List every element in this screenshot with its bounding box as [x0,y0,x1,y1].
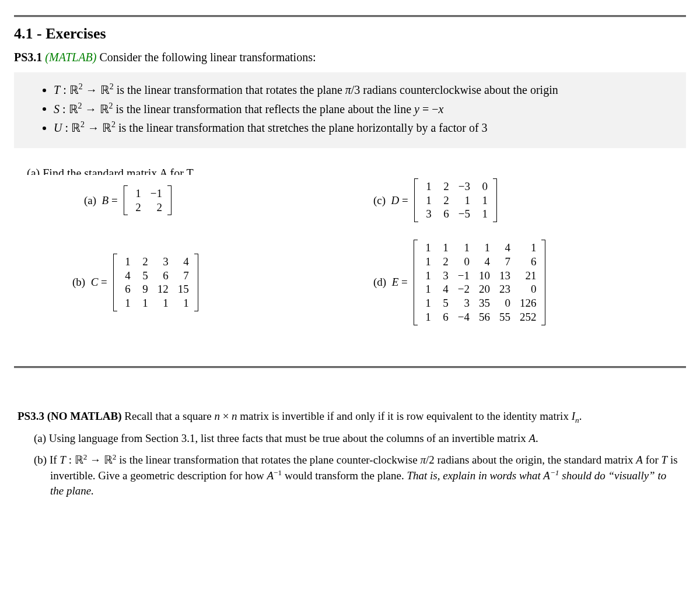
ps33-a: (a) Using language from Section 3.1, lis… [34,431,682,446]
ps31-label: PS3.1 [14,51,42,64]
transform-t: T : ℝ2 → ℝ2 is the linear transformation… [54,80,674,99]
section-title: 4.1 - Exercises [14,25,686,43]
matrix-b: (b) C = 1234 4567 691215 1111 [61,254,350,311]
matrix-d-body: 111141 120476 13−1101321 14−220230 15335… [414,240,546,325]
matrix-c-label: (c) D = [373,194,408,207]
matrix-a-body: 1−1 22 [124,185,172,216]
ps33-intro: PS3.3 (NO MATLAB) Recall that a square n… [18,409,682,426]
matrix-a: (a) B = 1−1 22 [61,185,350,216]
matrix-b-body: 1234 4567 691215 1111 [113,254,198,311]
ps31-header: PS3.1 (MATLAB) Consider the following li… [14,51,686,64]
matrix-a-label: (a) B = [84,194,118,207]
cutoff-line: (a) Find the standard matrix A for T [27,162,686,175]
ps33-label: PS3.3 [18,410,44,422]
transform-u: U : ℝ2 → ℝ2 is the linear transformation… [54,118,674,136]
transform-s: S : ℝ2 → ℝ2 is the linear transformation… [54,100,674,118]
ps33-b-italic: That is, explain in words what A−1 shoul… [50,469,666,497]
matrix-d: (d) E = 111141 120476 13−1101321 14−2202… [373,240,663,325]
matlab-tag: (MATLAB) [45,51,96,64]
nomatlab-tag: (NO MATLAB) [47,410,122,422]
top-rule [14,15,686,17]
matrix-grid: (a) B = 1−1 22 (c) D = 12−30 1211 36−51 … [14,178,686,325]
transformations-box: T : ℝ2 → ℝ2 is the linear transformation… [14,72,686,148]
mid-rule [14,366,686,368]
matrix-d-label: (d) E = [373,276,408,289]
matrix-c: (c) D = 12−30 1211 36−51 [373,178,663,222]
ps33-block: PS3.3 (NO MATLAB) Recall that a square n… [14,409,686,499]
ps33-b: (b) If T : ℝ2 → ℝ2 is the linear transfo… [34,452,682,499]
matrix-b-label: (b) C = [72,276,107,289]
matrix-c-body: 12−30 1211 36−51 [414,178,497,222]
ps31-intro: Consider the following linear transforma… [99,51,316,64]
